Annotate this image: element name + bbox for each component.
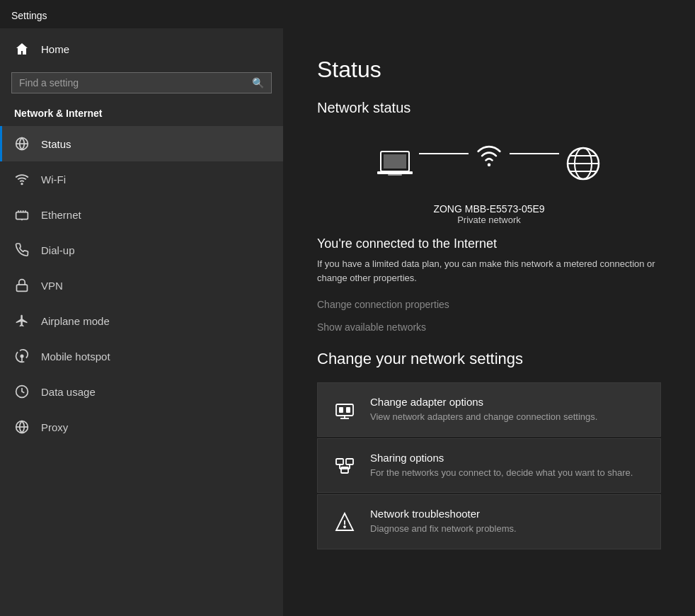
svg-rect-22 [346, 407, 350, 413]
line-1 [419, 153, 469, 154]
troubleshooter-desc: Diagnose and fix network problems. [370, 523, 517, 535]
adapter-desc: View network adapters and change connect… [370, 411, 597, 423]
sidebar-item-hotspot[interactable]: Mobile hotspot [0, 338, 283, 374]
sidebar-item-label: Ethernet [41, 209, 81, 221]
svg-rect-21 [339, 407, 343, 413]
sidebar-item-wifi[interactable]: Wi-Fi [0, 161, 283, 197]
svg-rect-12 [377, 171, 413, 174]
troubleshooter-card-text: Network troubleshooter Diagnose and fix … [370, 508, 517, 535]
app-container: Home 🔍 Network & Internet Status [0, 28, 695, 616]
sidebar-item-proxy[interactable]: Proxy [0, 409, 283, 445]
globe-icon [562, 144, 604, 183]
svg-rect-5 [17, 285, 28, 291]
home-icon [14, 41, 30, 57]
show-networks-link[interactable]: Show available networks [317, 321, 661, 333]
sidebar-item-airplane[interactable]: Airplane mode [0, 303, 283, 338]
ethernet-icon [14, 207, 30, 222]
troubleshooter-icon [332, 509, 357, 535]
network-diagram [317, 130, 661, 198]
svg-rect-20 [336, 404, 353, 416]
sidebar-item-vpn[interactable]: VPN [0, 268, 283, 303]
change-connection-link[interactable]: Change connection properties [317, 299, 661, 310]
page-title: Status [317, 57, 661, 83]
connection-desc: If you have a limited data plan, you can… [317, 257, 661, 285]
network-status-title: Network status [317, 100, 661, 116]
adapter-icon [332, 397, 357, 423]
sidebar-item-status[interactable]: Status [0, 126, 283, 161]
adapter-title: Change adapter options [370, 396, 597, 408]
sharing-desc: For the networks you connect to, decide … [370, 467, 633, 479]
network-type: Private network [317, 215, 661, 225]
sidebar-item-dialup[interactable]: Dial-up [0, 232, 283, 268]
laptop-icon [374, 148, 416, 180]
dialup-icon [14, 242, 30, 258]
main-content: Status Network status [283, 28, 695, 616]
sidebar: Home 🔍 Network & Internet Status [0, 28, 283, 616]
airplane-icon [14, 313, 30, 329]
data-icon [14, 384, 30, 399]
hotspot-icon [14, 348, 30, 364]
adapter-card-text: Change adapter options View network adap… [370, 396, 597, 423]
svg-point-14 [488, 163, 491, 166]
sidebar-item-label: VPN [41, 280, 63, 292]
sidebar-item-ethernet[interactable]: Ethernet [0, 197, 283, 232]
search-icon[interactable]: 🔍 [252, 77, 264, 89]
svg-rect-25 [336, 459, 343, 464]
troubleshooter-card[interactable]: Network troubleshooter Diagnose and fix … [317, 494, 661, 549]
vpn-icon [14, 278, 30, 293]
change-settings-title: Change your network settings [317, 350, 661, 368]
sidebar-section-title: Network & Internet [0, 102, 283, 126]
svg-rect-26 [346, 459, 353, 464]
sidebar-item-label: Status [41, 138, 71, 150]
wifi-signal-icon [471, 137, 507, 169]
sidebar-item-label: Mobile hotspot [41, 350, 110, 363]
sharing-card-text: Sharing options For the networks you con… [370, 452, 633, 479]
app-title: Settings [11, 10, 47, 21]
svg-rect-11 [384, 154, 406, 169]
sidebar-item-label: Data usage [41, 386, 96, 398]
troubleshooter-title: Network troubleshooter [370, 508, 517, 520]
sidebar-item-label: Wi-Fi [41, 173, 66, 186]
svg-point-2 [21, 183, 23, 185]
sidebar-item-label: Dial-up [41, 244, 75, 256]
wifi-icon [14, 171, 30, 187]
sidebar-item-label: Airplane mode [41, 315, 110, 327]
sharing-title: Sharing options [370, 452, 633, 464]
status-icon [14, 136, 30, 152]
sharing-card[interactable]: Sharing options For the networks you con… [317, 438, 661, 493]
search-box[interactable]: 🔍 [11, 72, 272, 93]
sharing-icon [332, 453, 357, 479]
svg-rect-3 [16, 212, 28, 219]
sidebar-item-label: Proxy [41, 421, 68, 433]
search-input[interactable] [19, 77, 252, 89]
svg-point-6 [21, 355, 23, 357]
change-adapter-card[interactable]: Change adapter options View network adap… [317, 382, 661, 437]
proxy-icon [14, 419, 30, 435]
title-bar: Settings [0, 0, 695, 28]
home-label: Home [41, 43, 69, 55]
connection-title: You're connected to the Internet [317, 236, 661, 251]
svg-rect-13 [388, 174, 402, 176]
network-name: ZONG MBB-E5573-05E9 [317, 203, 661, 215]
home-button[interactable]: Home [0, 28, 283, 69]
sidebar-item-data[interactable]: Data usage [0, 374, 283, 409]
line-2 [510, 153, 559, 154]
svg-point-33 [344, 526, 345, 527]
